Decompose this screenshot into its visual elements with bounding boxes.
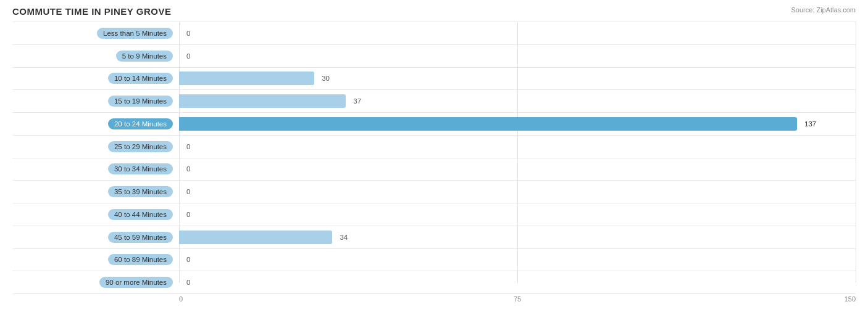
bar-area: 0 xyxy=(179,183,856,200)
bar-value: 0 xyxy=(186,30,190,37)
bar xyxy=(179,231,332,244)
table-row: 5 to 9 Minutes0 xyxy=(12,45,856,68)
label-area: 60 to 89 Minutes xyxy=(12,254,179,265)
source-text: Source: ZipAtlas.com xyxy=(791,6,856,14)
bar-wrapper: 30 xyxy=(179,72,856,85)
bar-label: 20 to 24 Minutes xyxy=(108,118,173,129)
bar-value: 0 xyxy=(186,188,190,195)
bar-wrapper: 0 xyxy=(179,185,856,198)
table-row: 10 to 14 Minutes30 xyxy=(12,68,856,91)
table-row: 45 to 59 Minutes34 xyxy=(12,226,856,249)
bar-wrapper: 0 xyxy=(179,253,856,266)
bar-value: 0 xyxy=(186,165,190,173)
table-row: 35 to 39 Minutes0 xyxy=(12,181,856,203)
chart-container: COMMUTE TIME IN PINEY GROVE Source: ZipA… xyxy=(0,0,868,323)
table-row: 15 to 19 Minutes37 xyxy=(12,90,856,113)
label-area: 15 to 19 Minutes xyxy=(12,96,179,107)
bar-label: 90 or more Minutes xyxy=(99,277,173,288)
label-area: 35 to 39 Minutes xyxy=(12,186,179,197)
table-row: 20 to 24 Minutes137 xyxy=(12,113,856,136)
bar-value: 0 xyxy=(186,211,190,218)
bar-area: 0 xyxy=(179,47,856,65)
bar-label: 15 to 19 Minutes xyxy=(108,96,173,107)
bar-label: 35 to 39 Minutes xyxy=(108,186,173,197)
table-row: 30 to 34 Minutes0 xyxy=(12,158,856,181)
bar-wrapper: 137 xyxy=(179,117,856,131)
label-area: Less than 5 Minutes xyxy=(12,28,179,39)
bar-wrapper: 34 xyxy=(179,231,856,244)
label-area: 90 or more Minutes xyxy=(12,277,179,288)
label-area: 10 to 14 Minutes xyxy=(12,73,179,84)
bar-wrapper: 0 xyxy=(179,27,856,40)
bar-area: 0 xyxy=(179,160,856,178)
bar-value: 0 xyxy=(186,256,190,263)
table-row: 90 or more Minutes0 xyxy=(12,271,856,294)
table-row: 60 to 89 Minutes0 xyxy=(12,249,856,272)
bar-label: 60 to 89 Minutes xyxy=(108,254,173,265)
label-area: 40 to 44 Minutes xyxy=(12,209,179,220)
label-area: 30 to 34 Minutes xyxy=(12,163,179,174)
bar xyxy=(179,94,346,108)
bar-value: 34 xyxy=(340,234,348,241)
bar-wrapper: 0 xyxy=(179,140,856,153)
bar-area: 0 xyxy=(179,251,856,268)
bar-value: 0 xyxy=(186,52,190,60)
bar-wrapper: 0 xyxy=(179,49,856,63)
bar-area: 0 xyxy=(179,206,856,223)
bar-label: 25 to 29 Minutes xyxy=(108,141,173,152)
axis-tick: 150 xyxy=(845,295,856,303)
bar-value: 37 xyxy=(353,97,361,105)
chart-area: Less than 5 Minutes05 to 9 Minutes010 to… xyxy=(12,22,856,295)
label-area: 20 to 24 Minutes xyxy=(12,118,179,129)
axis-tick: 75 xyxy=(514,295,521,303)
table-row: 25 to 29 Minutes0 xyxy=(12,136,856,158)
bar-label: Less than 5 Minutes xyxy=(97,28,173,39)
bar xyxy=(179,117,797,131)
bar-label: 5 to 9 Minutes xyxy=(116,51,173,62)
table-row: 40 to 44 Minutes0 xyxy=(12,203,856,226)
bar-label: 45 to 59 Minutes xyxy=(108,232,173,243)
label-area: 25 to 29 Minutes xyxy=(12,141,179,152)
bar-label: 10 to 14 Minutes xyxy=(108,73,173,84)
bar-area: 0 xyxy=(179,138,856,155)
axis-tick: 0 xyxy=(179,295,183,303)
table-row: Less than 5 Minutes0 xyxy=(12,22,856,45)
bar-area: 30 xyxy=(179,70,856,87)
bar-label: 40 to 44 Minutes xyxy=(108,209,173,220)
rows-container: Less than 5 Minutes05 to 9 Minutes010 to… xyxy=(12,22,856,294)
bar-wrapper: 37 xyxy=(179,94,856,108)
bar-wrapper: 0 xyxy=(179,162,856,176)
grid-line xyxy=(856,22,856,283)
bar-area: 34 xyxy=(179,229,856,246)
label-area: 45 to 59 Minutes xyxy=(12,232,179,243)
bar-value: 0 xyxy=(186,279,190,286)
bar-label: 30 to 34 Minutes xyxy=(108,163,173,174)
bar-value: 30 xyxy=(322,75,330,82)
chart-title: COMMUTE TIME IN PINEY GROVE xyxy=(12,6,856,17)
bar-area: 0 xyxy=(179,274,856,291)
bar-value: 0 xyxy=(186,143,190,150)
bar-area: 137 xyxy=(179,115,856,133)
bar xyxy=(179,72,314,85)
bar-value: 137 xyxy=(804,120,816,128)
bar-wrapper: 0 xyxy=(179,208,856,221)
bar-wrapper: 0 xyxy=(179,276,856,289)
label-area: 5 to 9 Minutes xyxy=(12,51,179,62)
bar-area: 0 xyxy=(179,25,856,42)
bar-area: 37 xyxy=(179,92,856,110)
